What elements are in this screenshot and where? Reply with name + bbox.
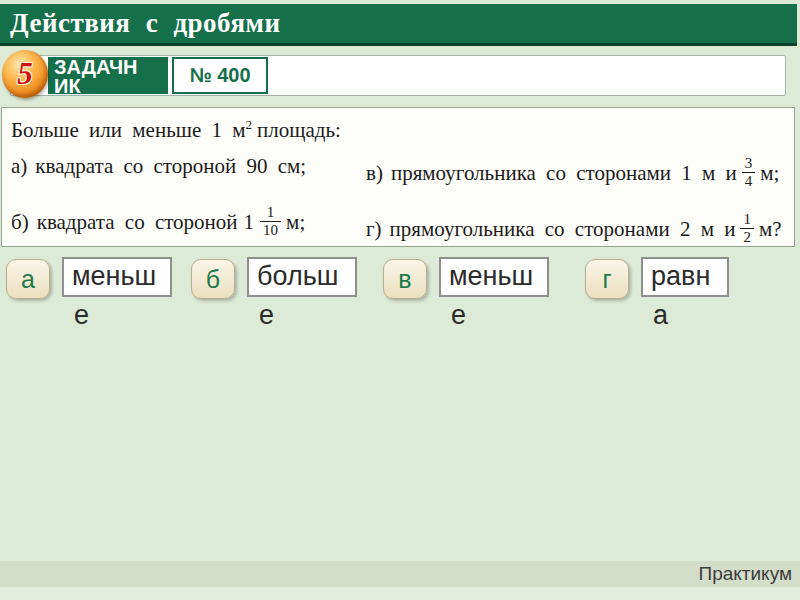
problem-intro: Больше или меньше 1 м2площадь:	[11, 117, 341, 143]
zadachnik-button[interactable]: ЗАДАЧНИК	[48, 57, 168, 94]
problem-item-v: в)прямоугольника со сторонами 1 м и34м;	[366, 151, 779, 195]
intro-text-tail: площадь:	[257, 118, 341, 142]
page-title: Действия с дробями	[0, 8, 280, 39]
footer-label: Практикум	[698, 563, 800, 585]
item-v-label: в)	[366, 161, 383, 186]
fraction-3-4: 34	[742, 155, 756, 189]
answer-value-v[interactable]: меньш е	[439, 257, 549, 297]
answer-button-b[interactable]: б	[191, 259, 235, 299]
answer-b-line1: больш	[249, 259, 355, 293]
slide-header: Действия с дробями	[0, 4, 797, 46]
lesson-number-badge: 5	[2, 50, 48, 98]
answer-value-a[interactable]: меньш е	[62, 257, 172, 297]
item-v-text-tail: м;	[760, 161, 779, 186]
fraction-numerator: 1	[740, 211, 754, 228]
answer-button-v-label: в	[398, 265, 411, 294]
answer-button-b-label: б	[206, 265, 220, 294]
item-a-text: квадрата со стороной 90 см;	[35, 154, 306, 178]
problem-statement: Больше или меньше 1 м2площадь: а)квадрат…	[1, 107, 795, 247]
answer-value-g[interactable]: равн а	[641, 257, 729, 297]
item-a-label: а)	[11, 154, 27, 178]
answer-button-a[interactable]: а	[6, 259, 50, 299]
answer-b-line2: е	[259, 300, 274, 331]
answer-button-v[interactable]: в	[383, 259, 427, 299]
item-b-text: квадрата со стороной	[37, 210, 238, 235]
answer-button-g-label: г	[602, 265, 611, 294]
fraction-numerator: 1	[260, 204, 281, 221]
answer-value-b[interactable]: больш е	[247, 257, 357, 297]
zadachnik-button-label: ЗАДАЧНИК	[48, 57, 144, 96]
fraction-denominator: 2	[740, 228, 754, 246]
task-number-label: № 400	[189, 64, 250, 87]
problem-item-b: б)квадрата со стороной1110м;	[11, 199, 305, 245]
badge-number: 5	[17, 56, 33, 92]
fraction-denominator: 4	[742, 172, 756, 190]
item-b-text-tail: м;	[286, 210, 305, 235]
fraction-denominator: 10	[260, 221, 281, 239]
intro-superscript: 2	[246, 117, 253, 132]
fraction-1-2: 12	[740, 211, 754, 245]
footer-band: Практикум	[0, 561, 800, 587]
fraction-1-10: 110	[260, 204, 281, 238]
problem-item-g: г)прямоугольника со сторонами 2 м и12м?	[366, 206, 782, 252]
item-g-label: г)	[366, 217, 382, 242]
answer-v-line1: меньш	[441, 259, 547, 293]
answer-a-line2: е	[74, 300, 89, 331]
item-v-text: прямоугольника со сторонами 1 м и	[391, 161, 737, 186]
bottom-strip	[0, 587, 800, 600]
item-b-label: б)	[11, 210, 29, 235]
answer-a-line1: меньш	[64, 259, 170, 293]
item-b-whole-number: 1	[244, 210, 255, 235]
intro-text: Больше или меньше 1 м	[11, 118, 246, 142]
answer-v-line2: е	[451, 300, 466, 331]
item-g-text: прямоугольника со сторонами 2 м и	[390, 217, 736, 242]
answer-button-a-label: а	[21, 265, 35, 294]
answer-button-g[interactable]: г	[585, 259, 629, 299]
fraction-numerator: 3	[742, 155, 756, 172]
task-number-box: № 400	[172, 57, 268, 94]
answer-g-line2: а	[653, 300, 668, 331]
item-g-text-tail: м?	[759, 217, 782, 242]
problem-item-a: а)квадрата со стороной 90 см;	[11, 154, 306, 179]
answer-g-line1: равн	[643, 259, 727, 293]
